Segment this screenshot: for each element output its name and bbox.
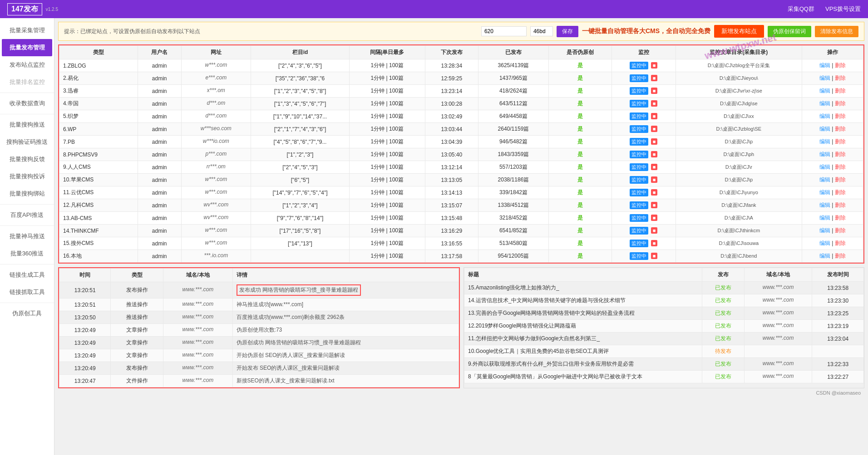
stop-btn[interactable]: ■: [651, 189, 658, 196]
monitor-btn[interactable]: 监控中: [630, 74, 648, 82]
monitor-btn[interactable]: 监控中: [630, 201, 648, 209]
del-link[interactable]: 删除: [835, 189, 846, 196]
stop-btn[interactable]: ■: [651, 240, 658, 246]
edit-link[interactable]: 编辑: [819, 113, 830, 119]
edit-link[interactable]: 编辑: [819, 151, 830, 157]
sidebar-item-link-fetch[interactable]: 链接抓取工具: [0, 284, 54, 301]
sidebar-item-link-gen[interactable]: 链接生成工具: [0, 266, 54, 284]
stop-btn[interactable]: ■: [651, 138, 658, 145]
edit-link[interactable]: 编辑: [819, 215, 830, 221]
del-link[interactable]: 删除: [835, 215, 846, 221]
log-col-detail: 详情: [232, 269, 459, 282]
edit-link[interactable]: 编辑: [819, 189, 830, 196]
del-link[interactable]: 删除: [835, 75, 846, 81]
qq-group-link[interactable]: 采集QQ群: [788, 5, 814, 13]
clear-info-button[interactable]: 清除发布信息: [815, 26, 858, 37]
stop-btn[interactable]: ■: [651, 151, 658, 157]
monitor-btn[interactable]: 监控中: [630, 138, 648, 146]
stop-btn[interactable]: ■: [651, 227, 658, 234]
right-cell-domain: www.***.com: [744, 371, 812, 383]
edit-link[interactable]: 编辑: [819, 240, 830, 246]
edit-link[interactable]: 编辑: [819, 75, 830, 81]
token-input2[interactable]: [530, 26, 553, 36]
cell-path: D:\桌面\CJ\A: [676, 212, 802, 225]
monitor-btn[interactable]: 监控中: [630, 113, 648, 120]
del-link[interactable]: 删除: [835, 176, 846, 183]
stop-btn[interactable]: ■: [651, 75, 658, 81]
stop-btn[interactable]: ■: [651, 113, 658, 119]
edit-link[interactable]: 编辑: [819, 88, 830, 94]
cell-url: w***io.com: [181, 136, 251, 148]
sidebar-item-collect[interactable]: 批量采集管理: [0, 22, 54, 39]
edit-link[interactable]: 编辑: [819, 176, 830, 183]
edit-link[interactable]: 编辑: [819, 62, 830, 68]
del-link[interactable]: 删除: [835, 202, 846, 208]
preview-words-button[interactable]: 伪原创保留词: [768, 26, 811, 37]
del-link[interactable]: 删除: [835, 138, 846, 145]
edit-link[interactable]: 编辑: [819, 253, 830, 259]
monitor-btn[interactable]: 监控中: [630, 227, 648, 235]
edit-link[interactable]: 编辑: [819, 164, 830, 170]
stop-btn[interactable]: ■: [651, 215, 658, 221]
monitor-btn[interactable]: 监控中: [630, 252, 648, 260]
sidebar-item-publish[interactable]: 批量发布管理: [2, 39, 52, 56]
sidebar-item-fake-original[interactable]: 伪原创工具: [0, 305, 54, 322]
log-cell-type: 文件操作: [111, 375, 163, 387]
monitor-btn[interactable]: 监控中: [630, 151, 648, 158]
right-cell-domain: www.***.com: [744, 294, 812, 307]
del-link[interactable]: 删除: [835, 164, 846, 170]
edit-link[interactable]: 编辑: [819, 202, 830, 208]
sidebar-item-sogou-push[interactable]: 批量搜狗推送: [0, 116, 54, 133]
edit-link[interactable]: 编辑: [819, 126, 830, 132]
monitor-btn[interactable]: 监控中: [630, 125, 648, 133]
sidebar-item-360[interactable]: 批量360推送: [0, 245, 54, 262]
stop-btn[interactable]: ■: [651, 100, 658, 107]
token-input[interactable]: [481, 26, 527, 36]
stop-btn[interactable]: ■: [651, 88, 658, 94]
stop-btn[interactable]: ■: [651, 62, 658, 68]
log-cell-detail: 伪原创使用次数:73: [232, 324, 459, 337]
cell-monitor: 监控中 ■: [612, 85, 676, 98]
log-col-type: 类型: [111, 269, 163, 282]
monitor-btn[interactable]: 监控中: [630, 240, 648, 247]
logo: 147发布: [7, 3, 42, 15]
stop-btn[interactable]: ■: [651, 253, 658, 259]
sidebar-item-sogou-captcha[interactable]: 搜狗验证码推送: [0, 133, 54, 151]
monitor-btn[interactable]: 监控中: [630, 176, 648, 184]
del-link[interactable]: 删除: [835, 113, 846, 119]
sidebar-item-sogou-complaint[interactable]: 批量搜狗投诉: [0, 168, 54, 185]
right-cell-time: 13:22:33: [812, 358, 864, 371]
monitor-btn[interactable]: 监控中: [630, 163, 648, 171]
sidebar-item-sogou-feedback[interactable]: 批量搜狗反馈: [0, 151, 54, 168]
del-link[interactable]: 删除: [835, 100, 846, 107]
del-link[interactable]: 删除: [835, 253, 846, 259]
monitor-btn[interactable]: 监控中: [630, 62, 648, 69]
monitor-btn[interactable]: 监控中: [630, 87, 648, 95]
right-row: 11.怎样扭把中文网站够力做到Google大自然名列第三_ 已发布 www.**…: [464, 333, 864, 345]
edit-link[interactable]: 编辑: [819, 227, 830, 234]
del-link[interactable]: 删除: [835, 227, 846, 234]
vps-setting-link[interactable]: VPS拨号设置: [825, 5, 861, 13]
sidebar-item-baidu-api[interactable]: 百度API推送: [0, 206, 54, 224]
sidebar-item-shenma[interactable]: 批量神马推送: [0, 228, 54, 245]
monitor-btn[interactable]: 监控中: [630, 189, 648, 196]
del-link[interactable]: 删除: [835, 126, 846, 132]
del-link[interactable]: 删除: [835, 62, 846, 68]
new-site-button[interactable]: 新增发布站点: [714, 25, 764, 38]
stop-btn[interactable]: ■: [651, 164, 658, 170]
edit-link[interactable]: 编辑: [819, 138, 830, 145]
del-link[interactable]: 删除: [835, 88, 846, 94]
edit-link[interactable]: 编辑: [819, 100, 830, 107]
del-link[interactable]: 删除: [835, 240, 846, 246]
stop-btn[interactable]: ■: [651, 202, 658, 208]
stop-btn[interactable]: ■: [651, 176, 658, 183]
stop-btn[interactable]: ■: [651, 126, 658, 132]
del-link[interactable]: 删除: [835, 151, 846, 157]
monitor-btn[interactable]: 监控中: [630, 100, 648, 108]
monitor-btn[interactable]: 监控中: [630, 214, 648, 222]
sidebar-item-records[interactable]: 收录数据查询: [0, 95, 54, 112]
cell-published: 513/4580篇: [478, 237, 549, 250]
save-button[interactable]: 保存: [557, 26, 578, 37]
sidebar-item-monitor[interactable]: 发布站点监控: [0, 56, 54, 73]
sidebar-item-sogou-bind[interactable]: 批量搜狗绑站: [0, 185, 54, 202]
